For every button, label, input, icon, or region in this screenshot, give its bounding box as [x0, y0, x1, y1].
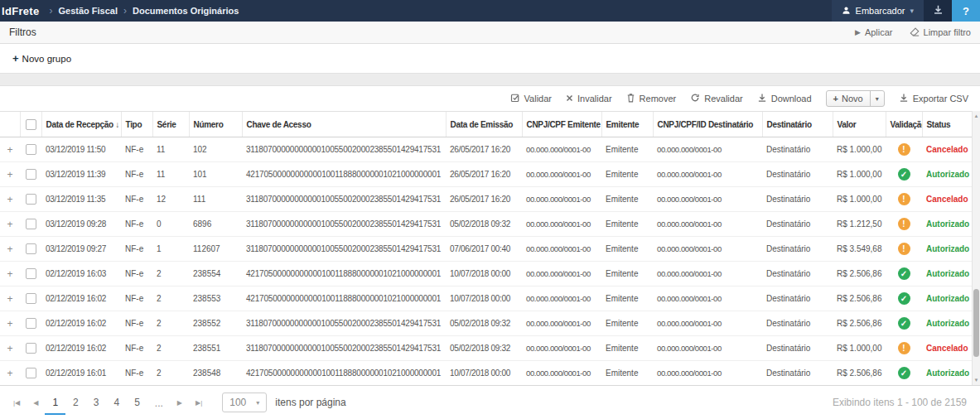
- row-expand-button[interactable]: +: [0, 361, 20, 386]
- scroll-down-arrow-icon[interactable]: ▼: [973, 376, 980, 384]
- scroll-up-arrow-icon[interactable]: ▲: [973, 112, 980, 120]
- cell-destinatario: Destinatário: [762, 212, 833, 237]
- column-header-data-de-emiss-o[interactable]: Data de Emissão: [446, 112, 522, 137]
- column-header-valida-o[interactable]: Validação: [886, 112, 922, 137]
- row-checkbox[interactable]: [26, 144, 36, 155]
- page-size-select[interactable]: 100 ▾: [222, 393, 267, 412]
- chevron-right-icon: ›: [49, 5, 52, 17]
- new-document-button[interactable]: + Novo: [827, 91, 870, 106]
- select-all-checkbox[interactable]: [26, 119, 36, 130]
- vertical-scrollbar[interactable]: ▲ ▼: [972, 111, 980, 385]
- last-page-button[interactable]: ▶|: [189, 399, 209, 407]
- cell-cnpj_destinatario: 00.000.000/0001-00: [653, 311, 762, 336]
- new-group-button[interactable]: + Novo grupo: [12, 52, 71, 65]
- breadcrumb-gestao-fiscal[interactable]: Gestão Fiscal: [58, 6, 118, 16]
- row-expand-button[interactable]: +: [0, 336, 20, 361]
- first-page-button[interactable]: |◀: [7, 399, 27, 407]
- page-button-5[interactable]: 5: [127, 390, 147, 415]
- download-top-button[interactable]: [924, 0, 952, 22]
- column-header-cnpj-cpf-id-destinat-rio[interactable]: CNPJ/CPF/ID Destinatário: [653, 112, 762, 137]
- column-header-status[interactable]: Status: [922, 112, 972, 137]
- invalidate-button[interactable]: Invalidar: [566, 94, 612, 104]
- row-checkbox-cell: [20, 336, 41, 361]
- filters-title: Filtros: [9, 26, 36, 38]
- cell-numero: 238552: [189, 311, 242, 336]
- new-group-label: Novo grupo: [22, 54, 71, 64]
- column-header-emitente[interactable]: Emitente: [601, 112, 653, 137]
- cell-tipo: NF-e: [121, 187, 152, 212]
- cell-chave: 3118070000000000010055002000238550142941…: [242, 212, 446, 237]
- row-checkbox[interactable]: [26, 268, 36, 279]
- cell-emitente: Emitente: [601, 311, 653, 336]
- download-button[interactable]: Download: [757, 93, 812, 104]
- revalidate-button[interactable]: Revalidar: [690, 93, 742, 104]
- scrollbar-thumb[interactable]: [973, 289, 979, 357]
- validation-warning-icon: !: [898, 193, 910, 205]
- help-button[interactable]: ?: [952, 0, 980, 22]
- new-document-split-button[interactable]: + Novo ▾: [826, 90, 885, 107]
- page-button-3[interactable]: 3: [86, 390, 107, 415]
- remove-button[interactable]: Remover: [626, 93, 677, 104]
- cell-cnpj_emitente: 00.000.000/0001-00: [522, 311, 601, 336]
- row-expand-button[interactable]: +: [0, 287, 20, 311]
- chevron-down-icon: ▾: [910, 7, 914, 15]
- cell-cnpj_emitente: 00.000.000/0001-00: [522, 336, 601, 361]
- cell-status: Autorizado: [922, 237, 972, 262]
- page-size-label: itens por página: [275, 397, 345, 408]
- chevron-right-icon: ›: [123, 5, 127, 17]
- table-row: +03/12/2019 09:28NF-e0689631180700000000…: [0, 212, 972, 237]
- row-expand-button[interactable]: +: [0, 212, 20, 237]
- pagination-ellipsis[interactable]: ...: [147, 391, 171, 414]
- row-checkbox[interactable]: [26, 293, 36, 304]
- row-expand-button[interactable]: +: [0, 187, 20, 212]
- column-header-valor[interactable]: Valor: [833, 112, 886, 137]
- row-checkbox[interactable]: [26, 169, 36, 180]
- cell-numero: 102: [189, 137, 242, 162]
- cell-serie: 0: [152, 212, 189, 237]
- page-button-2[interactable]: 2: [65, 390, 86, 415]
- row-expand-button[interactable]: +: [0, 137, 20, 162]
- row-checkbox[interactable]: [26, 343, 36, 354]
- page-buttons: 12345: [45, 390, 147, 415]
- column-header-chave-de-acesso[interactable]: Chave de Acesso: [242, 112, 446, 137]
- plus-icon: +: [12, 52, 19, 65]
- cell-chave: 3118070000000000010055002000238550142941…: [242, 336, 446, 361]
- row-checkbox[interactable]: [26, 194, 36, 205]
- row-expand-button[interactable]: +: [0, 262, 20, 287]
- page-button-1[interactable]: 1: [45, 390, 65, 415]
- previous-page-button[interactable]: ◀: [27, 399, 45, 407]
- cell-valor: R$ 3.549,68: [833, 237, 886, 262]
- column-header-s-rie[interactable]: Série: [152, 112, 189, 137]
- validation-warning-icon: !: [898, 342, 910, 354]
- row-checkbox[interactable]: [26, 318, 36, 329]
- cell-numero: 6896: [189, 212, 242, 237]
- cell-status: Autorizado: [922, 361, 972, 386]
- export-csv-button[interactable]: Exportar CSV: [899, 93, 968, 104]
- cell-emitente: Emitente: [601, 336, 653, 361]
- breadcrumb-documentos-originarios[interactable]: Documentos Originários: [133, 6, 239, 16]
- row-checkbox[interactable]: [26, 368, 36, 378]
- new-document-dropdown[interactable]: ▾: [870, 91, 884, 106]
- cell-destinatario: Destinatário: [762, 137, 833, 162]
- new-group-bar: + Novo grupo: [0, 44, 980, 74]
- user-menu-button[interactable]: Embarcador ▾: [832, 0, 924, 22]
- person-icon: [842, 6, 851, 17]
- row-checkbox[interactable]: [26, 219, 36, 229]
- column-header-data-de-recep-o[interactable]: Data de Recepção ↓: [41, 112, 121, 137]
- next-page-button[interactable]: ▶: [171, 399, 189, 407]
- row-checkbox[interactable]: [26, 243, 36, 254]
- page-button-4[interactable]: 4: [106, 390, 127, 415]
- column-header-cnpj-cpf-emitente[interactable]: CNPJ/CPF Emitente: [522, 112, 601, 137]
- page-size-value: 100: [229, 397, 246, 408]
- column-header-tipo[interactable]: Tipo: [121, 112, 152, 137]
- apply-filter-button[interactable]: ▶ Aplicar: [855, 27, 893, 37]
- row-expand-button[interactable]: +: [0, 311, 20, 336]
- row-expand-button[interactable]: +: [0, 162, 20, 187]
- column-header-n-mero[interactable]: Número: [189, 112, 242, 137]
- clear-filter-button[interactable]: Limpar filtro: [910, 27, 971, 38]
- breadcrumb: › Gestão Fiscal › Documentos Originários: [49, 0, 239, 22]
- row-expand-button[interactable]: +: [0, 237, 20, 262]
- column-header-destinat-rio[interactable]: Destinatário: [762, 112, 833, 137]
- validate-button[interactable]: Validar: [510, 93, 552, 104]
- cell-validacao: ✓: [886, 311, 922, 336]
